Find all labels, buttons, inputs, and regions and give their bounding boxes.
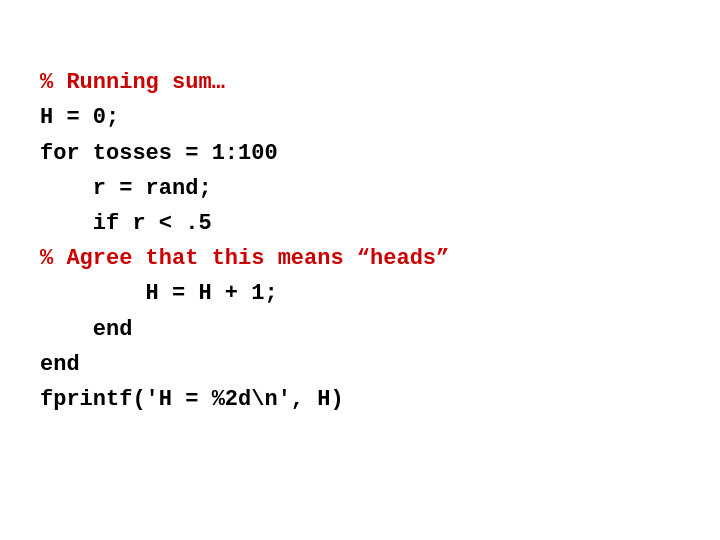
code-line-line7: H = H + 1; — [40, 276, 449, 311]
code-line-line3: for tosses = 1:100 — [40, 136, 449, 171]
code-line-line8: end — [40, 312, 449, 347]
code-line-line1: % Running sum… — [40, 65, 449, 100]
code-line-line10: fprintf('H = %2d\n', H) — [40, 382, 449, 417]
code-line-line2: H = 0; — [40, 100, 449, 135]
code-line-line9: end — [40, 347, 449, 382]
code-block: % Running sum…H = 0;for tosses = 1:100 r… — [0, 0, 489, 447]
code-line-line4: r = rand; — [40, 171, 449, 206]
code-line-line6: % Agree that this means “heads” — [40, 241, 449, 276]
code-line-line5: if r < .5 — [40, 206, 449, 241]
